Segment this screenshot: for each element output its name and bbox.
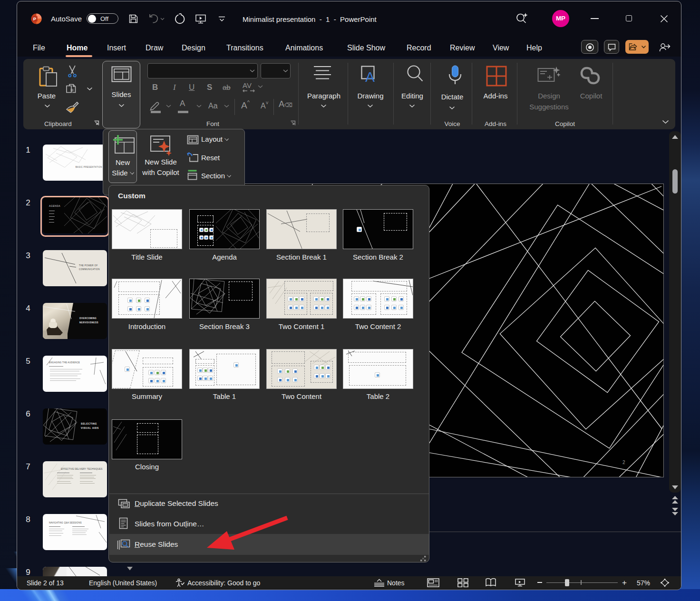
svg-text:P: P [33, 16, 37, 21]
svg-text:A: A [365, 69, 375, 85]
